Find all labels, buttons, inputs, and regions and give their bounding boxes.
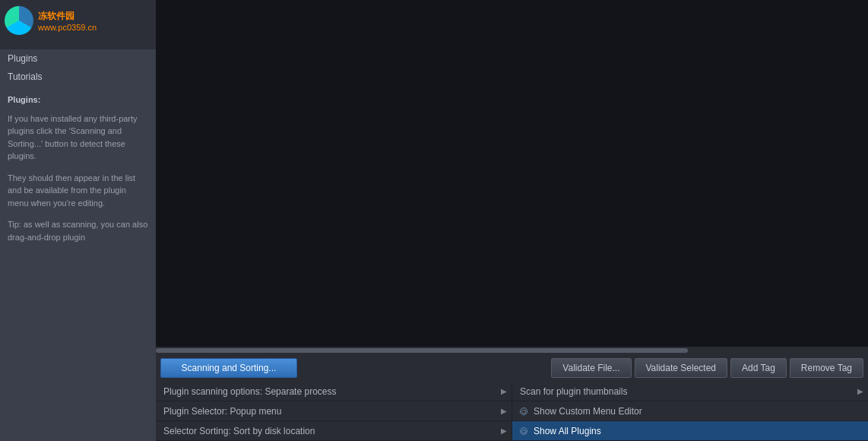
table-right-row-1[interactable]: ○ Show Custom Menu Editor <box>512 401 868 421</box>
watermark: 冻软件园 www.pc0359.cn <box>0 0 156 49</box>
arrow-icon-0: ▶ <box>496 387 512 395</box>
watermark-line2: www.pc0359.cn <box>38 23 97 32</box>
arrow-right-icon-0: ▶ <box>853 387 868 395</box>
sidebar-info-block-2: Tip: as well as scanning, you can also d… <box>8 218 148 243</box>
scrollbar-thumb[interactable] <box>156 348 688 353</box>
validate-file-button[interactable]: Validate File... <box>551 358 631 378</box>
radio-icon-2: ○ <box>520 427 527 435</box>
table-cell-right-0: Scan for plugin thumbnails <box>512 386 853 397</box>
table-cell-right-2: ○ Show All Plugins <box>512 426 868 436</box>
validate-selected-button[interactable]: Validate Selected <box>635 358 728 378</box>
scrollbar-track <box>156 348 868 353</box>
table-right-row-0[interactable]: Scan for plugin thumbnails ▶ <box>512 382 868 401</box>
sidebar-info-block-1: They should then appear in the list and … <box>8 172 148 210</box>
table-cell-left-2: Selector Sorting: Sort by disk location <box>156 426 496 436</box>
main-area <box>156 0 868 347</box>
table-cell-left-0: Plugin scanning options: Separate proces… <box>156 386 496 397</box>
table-row[interactable]: Plugin Selector: Popup menu ▶ <box>156 401 512 421</box>
bottom-toolbar: Scanning and Sorting... Validate File...… <box>156 354 868 382</box>
table-container: Plugin scanning options: Separate proces… <box>156 382 868 441</box>
table-cell-left-1: Plugin Selector: Popup menu <box>156 406 496 417</box>
sidebar-info-title: Plugins: <box>8 94 148 106</box>
radio-icon-1: ○ <box>520 408 527 415</box>
table-left: Plugin scanning options: Separate proces… <box>156 382 512 441</box>
table-right: Scan for plugin thumbnails ▶ ○ Show Cust… <box>512 382 868 441</box>
app-logo <box>5 6 33 35</box>
table-row[interactable]: Selector Sorting: Sort by disk location … <box>156 421 512 441</box>
watermark-line1: 冻软件园 <box>38 10 97 23</box>
add-tag-button[interactable]: Add Tag <box>730 358 787 378</box>
scanning-sorting-button[interactable]: Scanning and Sorting... <box>160 358 297 378</box>
scrollbar-area <box>156 347 868 354</box>
table-cell-right-1: ○ Show Custom Menu Editor <box>512 406 868 417</box>
sidebar-nav: Plugins Tutorials <box>0 49 156 86</box>
sidebar-info: Plugins: If you have installed any third… <box>0 86 156 441</box>
arrow-icon-2: ▶ <box>496 427 512 435</box>
sidebar-item-tutorials[interactable]: Tutorials <box>0 68 156 86</box>
arrow-icon-1: ▶ <box>496 407 512 415</box>
sidebar-item-plugins[interactable]: Plugins <box>0 49 156 68</box>
main-content: Scanning and Sorting... Validate File...… <box>156 0 868 441</box>
sidebar: 冻软件园 www.pc0359.cn Plugins Tutorials Plu… <box>0 0 156 441</box>
table-row[interactable]: Plugin scanning options: Separate proces… <box>156 382 512 401</box>
remove-tag-button[interactable]: Remove Tag <box>790 358 863 378</box>
table-right-row-2[interactable]: ○ Show All Plugins <box>512 421 868 441</box>
sidebar-info-block-0: If you have installed any third-party pl… <box>8 113 148 163</box>
